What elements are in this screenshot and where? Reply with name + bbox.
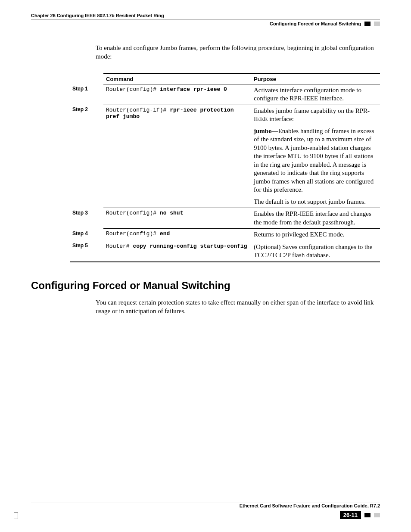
cli-command: interface rpr-ieee 0 (160, 86, 227, 93)
step-label: Step 3 (70, 208, 103, 229)
table-row: Step 2 Router(config-if)# rpr-ieee prote… (70, 105, 380, 208)
footer-guide-title: Ethernet Card Software Feature and Confi… (31, 503, 380, 509)
purpose-text: Activates interface configuration mode t… (254, 86, 377, 103)
cli-prompt: Router(config)# (106, 86, 160, 93)
running-header-section: Configuring Forced or Manual Switching (270, 21, 361, 26)
purpose-cell: Enables jumbo frame capability on the RP… (251, 105, 380, 208)
step-label: Step 5 (70, 241, 103, 262)
purpose-term: jumbo (254, 128, 272, 134)
header-decor-light (374, 22, 380, 26)
command-cell: Router(config)# end (103, 229, 251, 241)
purpose-text: Enables the RPR-IEEE interface and chang… (254, 210, 377, 227)
step-header-blank (70, 74, 103, 84)
command-header: Command (103, 74, 251, 84)
intro-paragraph: To enable and configure Jumbo frames, pe… (96, 44, 380, 61)
table-row: Step 1 Router(config)# interface rpr-iee… (70, 84, 380, 105)
purpose-intro: Enables jumbo frame capability on the RP… (254, 107, 377, 124)
cli-prompt: Router(config-if)# (106, 107, 170, 113)
purpose-header: Purpose (251, 74, 380, 84)
purpose-cell: (Optional) Saves configuration changes t… (251, 241, 380, 262)
header-decor-dark (364, 22, 371, 26)
table-row: Step 4 Router(config)# end Returns to pr… (70, 229, 380, 241)
step-label: Step 2 (70, 105, 103, 208)
purpose-default: The default is to not support jumbo fram… (254, 198, 377, 206)
cli-prompt: Router# (106, 243, 133, 249)
cli-command: copy running-config startup-config (133, 243, 247, 249)
cli-prompt: Router(config)# (106, 230, 160, 237)
purpose-def-text: —Enables handling of frames in excess of… (254, 128, 374, 193)
command-cell: Router(config-if)# rpr-ieee protection p… (103, 105, 251, 208)
purpose-cell: Activates interface configuration mode t… (251, 84, 380, 105)
purpose-text: Returns to privileged EXEC mode. (254, 230, 377, 239)
section-body: You can request certain protection state… (96, 298, 380, 316)
running-header-row: Configuring Forced or Manual Switching (31, 21, 380, 26)
command-cell: Router# copy running-config startup-conf… (103, 241, 251, 262)
chapter-header: Chapter 26 Configuring IEEE 802.17b Resi… (31, 13, 380, 19)
purpose-cell: Enables the RPR-IEEE interface and chang… (251, 208, 380, 229)
footer-crop-mark (14, 512, 18, 519)
footer-decor-dark (364, 513, 371, 517)
page-number: 26-11 (340, 511, 361, 519)
purpose-cell: Returns to privileged EXEC mode. (251, 229, 380, 241)
cli-command: end (160, 230, 170, 237)
cli-prompt: Router(config)# (106, 210, 160, 216)
section-title: Configuring Forced or Manual Switching (31, 280, 380, 292)
step-label: Step 1 (70, 84, 103, 105)
cli-command: no shut (160, 210, 184, 216)
page-footer: Ethernet Card Software Feature and Confi… (31, 503, 380, 519)
procedure-table: Command Purpose Step 1 Router(config)# i… (70, 73, 380, 262)
table-row: Step 5 Router# copy running-config start… (70, 241, 380, 262)
command-cell: Router(config)# no shut (103, 208, 251, 229)
step-label: Step 4 (70, 229, 103, 241)
command-cell: Router(config)# interface rpr-ieee 0 (103, 84, 251, 105)
purpose-text: (Optional) Saves configuration changes t… (254, 243, 377, 260)
footer-decor-light (374, 513, 380, 517)
purpose-definition: jumbo—Enables handling of frames in exce… (254, 127, 377, 194)
table-row: Step 3 Router(config)# no shut Enables t… (70, 208, 380, 229)
